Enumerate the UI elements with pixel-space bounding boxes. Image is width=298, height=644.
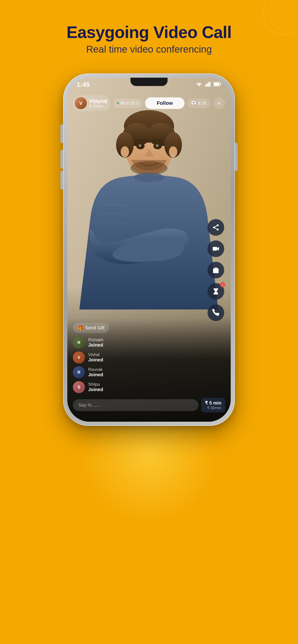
joined-status: Joined bbox=[88, 342, 104, 348]
svg-rect-29 bbox=[208, 82, 209, 87]
joined-text: Vishal Joined bbox=[88, 352, 103, 362]
avatar-image: V bbox=[75, 97, 87, 109]
share-button[interactable] bbox=[207, 219, 224, 236]
svg-rect-41 bbox=[213, 247, 217, 250]
battery-icon bbox=[213, 82, 221, 88]
chat-input[interactable]: Say hi...... bbox=[73, 399, 198, 411]
svg-line-6 bbox=[268, 2, 296, 30]
phone-wrapper: 1:45 bbox=[63, 74, 235, 426]
status-icons bbox=[196, 82, 221, 88]
viewers-count: 9.1K bbox=[198, 101, 207, 106]
phone-icon bbox=[212, 309, 219, 316]
joined-name: Shilpa bbox=[88, 382, 103, 387]
list-item: S Shilpa Joined bbox=[73, 381, 225, 393]
video-button[interactable] bbox=[207, 240, 224, 257]
hourglass-icon bbox=[212, 288, 219, 295]
avatar: V bbox=[75, 97, 87, 109]
svg-point-38 bbox=[217, 229, 219, 231]
user-text: Vijayraj & Shilpa bbox=[89, 98, 107, 108]
avatar: S bbox=[73, 381, 85, 393]
timer-badge: 1 bbox=[220, 282, 225, 287]
svg-rect-42 bbox=[213, 270, 219, 273]
user-name: Vijayraj bbox=[89, 98, 107, 104]
list-item: V Vishal Joined bbox=[73, 352, 225, 364]
svg-point-25 bbox=[134, 173, 164, 182]
call-top-bar: V Vijayraj & Shilpa 00 m 52 s Follow bbox=[67, 92, 231, 114]
joined-status: Joined bbox=[88, 372, 103, 378]
avatar: R bbox=[73, 336, 85, 349]
svg-point-22 bbox=[139, 144, 141, 147]
svg-point-35 bbox=[193, 102, 194, 103]
chat-bar: Say hi...... ₹ 5 min ₹ 30/min bbox=[73, 398, 225, 412]
svg-rect-28 bbox=[207, 84, 208, 87]
bottom-section: 🎁 Send Gift R Rishabh Joined V bbox=[67, 318, 231, 422]
svg-point-26 bbox=[199, 86, 200, 87]
gift-button[interactable] bbox=[207, 262, 224, 278]
action-buttons: 1 bbox=[207, 219, 224, 321]
gift-icon bbox=[212, 266, 219, 274]
svg-rect-32 bbox=[214, 83, 219, 86]
share-icon bbox=[212, 224, 219, 231]
svg-line-39 bbox=[215, 228, 217, 229]
call-timer: 00 m 52 s bbox=[113, 98, 142, 108]
user-info-pill[interactable]: V Vijayraj & Shilpa bbox=[73, 95, 111, 111]
joined-text: Raunak Joined bbox=[88, 367, 103, 378]
timer-dot bbox=[117, 102, 119, 104]
svg-point-37 bbox=[213, 226, 215, 228]
avatar: R bbox=[73, 366, 85, 378]
joined-name: Raunak bbox=[88, 367, 103, 372]
video-icon bbox=[212, 245, 219, 252]
page-subtitle: Real time video conferencing bbox=[67, 44, 232, 55]
header-section: Easygoing Video Call Real time video con… bbox=[67, 23, 232, 55]
svg-rect-27 bbox=[205, 84, 206, 87]
list-item: R Rishabh Joined bbox=[73, 336, 225, 349]
page-title: Easygoing Video Call bbox=[67, 23, 232, 42]
follow-button[interactable]: Follow bbox=[145, 97, 184, 109]
phone-frame: 1:45 bbox=[63, 74, 235, 426]
price-sub: ₹ 30/min bbox=[205, 406, 221, 410]
joined-list: R Rishabh Joined V Vishal Joined bbox=[73, 336, 225, 393]
joined-status: Joined bbox=[88, 387, 103, 392]
eye-icon bbox=[191, 101, 196, 106]
close-button[interactable]: × bbox=[213, 97, 225, 109]
svg-point-19 bbox=[172, 155, 174, 157]
svg-rect-30 bbox=[209, 82, 210, 87]
viewers-pill: 9.1K bbox=[187, 98, 210, 108]
svg-point-36 bbox=[217, 224, 219, 226]
gift-emoji-icon: 🎁 bbox=[78, 325, 83, 330]
svg-rect-33 bbox=[220, 84, 221, 85]
user-subtitle: & Shilpa bbox=[89, 104, 107, 108]
svg-line-40 bbox=[215, 226, 217, 227]
svg-point-23 bbox=[156, 144, 159, 147]
signal-icon bbox=[205, 82, 211, 88]
joined-status: Joined bbox=[88, 357, 103, 362]
status-time: 1:45 bbox=[77, 81, 90, 88]
price-tag[interactable]: ₹ 5 min ₹ 30/min bbox=[201, 398, 225, 412]
phone-notch bbox=[130, 78, 168, 86]
joined-name: Rishabh bbox=[88, 338, 104, 342]
timer-value: 00 m 52 s bbox=[120, 101, 139, 106]
joined-name: Vishal bbox=[88, 352, 103, 357]
joined-text: Shilpa Joined bbox=[88, 382, 103, 392]
avatar: V bbox=[73, 352, 85, 364]
svg-point-17 bbox=[121, 146, 129, 158]
send-gift-button[interactable]: 🎁 Send Gift bbox=[73, 323, 109, 333]
decorative-circles bbox=[249, 2, 296, 49]
list-item: R Raunak Joined bbox=[73, 366, 225, 378]
send-gift-label: Send Gift bbox=[85, 325, 104, 330]
price-main: ₹ 5 min bbox=[205, 400, 221, 406]
timer-button[interactable]: 1 bbox=[207, 283, 224, 300]
joined-text: Rishabh Joined bbox=[88, 338, 104, 348]
wifi-icon bbox=[196, 82, 202, 88]
phone-screen: 1:45 bbox=[67, 78, 231, 422]
